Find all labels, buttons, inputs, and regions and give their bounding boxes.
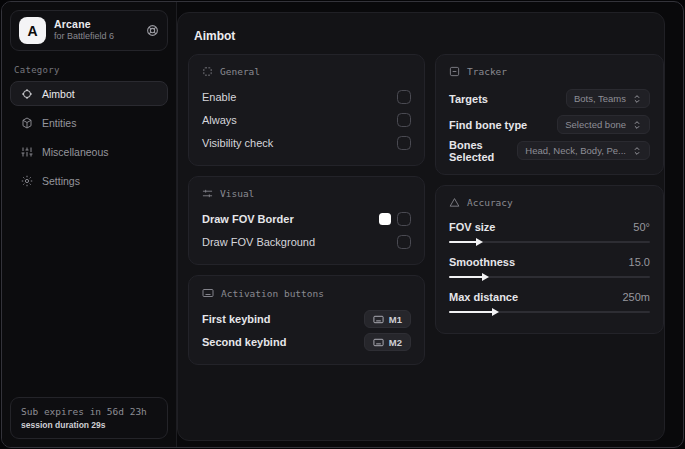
setting-label: Visibility check — [202, 137, 273, 149]
slider-value: 250m — [622, 291, 650, 303]
setting-row-always: Always — [202, 109, 411, 131]
sub-expires-text: Sub expires in 56d 23h — [21, 406, 157, 417]
card-title: Visual — [220, 188, 254, 199]
setting-row-fov-background: Draw FOV Background — [202, 231, 411, 253]
fov-size-slider[interactable] — [449, 241, 650, 243]
page-title: Aimbot — [194, 29, 664, 43]
slider-group-max-distance: Max distance 250m — [449, 287, 650, 313]
app-logo: A — [19, 17, 46, 44]
setting-row-first-keybind: First keybind M1 — [202, 308, 411, 330]
dropdown-value: Selected bone — [565, 119, 626, 130]
gear-icon — [21, 175, 33, 187]
smoothness-slider[interactable] — [449, 276, 650, 278]
setting-row-bones-selected: Bones Selected Head, Neck, Body, Pe... — [449, 138, 650, 163]
sidebar: A Arcane for Battlefield 6 Category — [2, 2, 177, 447]
setting-label: Always — [202, 114, 237, 126]
sidebar-item-entities[interactable]: Entities — [10, 110, 168, 135]
bones-selected-dropdown[interactable]: Head, Neck, Body, Pe... — [517, 141, 650, 160]
setting-row-targets: Targets Bots, Teams — [449, 86, 650, 111]
sidebar-nav: Aimbot Entities Miscellaneous — [10, 81, 168, 193]
accuracy-icon — [449, 197, 460, 208]
main-panel: Aimbot General Enable — [177, 12, 665, 441]
slider-group-smoothness: Smoothness 15.0 — [449, 252, 650, 278]
general-card: General Enable Always Visibility check — [188, 54, 425, 166]
setting-label: Draw FOV Background — [202, 236, 315, 248]
slider-group-fov-size: FOV size 50° — [449, 217, 650, 243]
sidebar-item-settings[interactable]: Settings — [10, 168, 168, 193]
sidebar-item-label: Miscellaneous — [42, 146, 109, 158]
general-icon — [202, 66, 213, 77]
fov-background-checkbox[interactable] — [397, 235, 411, 249]
app-window: A Arcane for Battlefield 6 Category — [1, 1, 684, 448]
keybind-value: M2 — [389, 337, 402, 348]
enable-checkbox[interactable] — [397, 90, 411, 104]
tracker-card: Tracker Targets Bots, Teams — [435, 54, 664, 175]
subscription-box: Sub expires in 56d 23h session duration … — [10, 397, 168, 439]
chevrons-up-down-icon — [632, 94, 642, 104]
keybind-value: M1 — [389, 314, 402, 325]
find-bone-type-dropdown[interactable]: Selected bone — [557, 115, 650, 134]
setting-label: Targets — [449, 93, 488, 105]
fov-border-checkbox[interactable] — [397, 212, 411, 226]
setting-row-enable: Enable — [202, 86, 411, 108]
brand-card: A Arcane for Battlefield 6 — [10, 10, 168, 51]
keyboard-icon — [202, 287, 214, 299]
crosshair-icon — [21, 88, 33, 100]
sidebar-item-label: Entities — [42, 117, 76, 129]
app-subtitle: for Battlefield 6 — [54, 31, 138, 42]
sidebar-item-miscellaneous[interactable]: Miscellaneous — [10, 139, 168, 164]
app-name: Arcane — [54, 18, 138, 31]
keyboard-icon — [373, 314, 384, 325]
setting-row-visibility-check: Visibility check — [202, 132, 411, 154]
visual-card: Visual Draw FOV Border Draw FOV Backgrou… — [188, 176, 425, 265]
card-title: Accuracy — [467, 197, 513, 208]
dropdown-value: Head, Neck, Body, Pe... — [525, 145, 626, 156]
tracker-icon — [449, 66, 460, 77]
second-keybind-button[interactable]: M2 — [364, 333, 411, 351]
fov-border-color-swatch[interactable] — [379, 213, 391, 225]
accuracy-card: Accuracy FOV size 50° Smoothness — [435, 185, 664, 334]
setting-row-second-keybind: Second keybind M2 — [202, 331, 411, 353]
activation-card: Activation buttons First keybind M1 — [188, 275, 425, 365]
slider-fill — [449, 276, 483, 278]
visual-icon — [202, 188, 213, 199]
keyboard-icon — [373, 337, 384, 348]
targets-dropdown[interactable]: Bots, Teams — [566, 89, 650, 108]
sidebar-item-label: Settings — [42, 175, 80, 187]
dropdown-value: Bots, Teams — [574, 93, 626, 104]
card-title: General — [220, 66, 260, 77]
always-checkbox[interactable] — [397, 113, 411, 127]
slider-label: Smoothness — [449, 256, 515, 268]
slider-label: Max distance — [449, 291, 518, 303]
card-title: Activation buttons — [221, 288, 324, 299]
setting-label: Enable — [202, 91, 236, 103]
chevrons-up-down-icon — [632, 146, 642, 156]
setting-label: Second keybind — [202, 336, 286, 348]
slider-fill — [449, 241, 477, 243]
setting-row-fov-border: Draw FOV Border — [202, 208, 411, 230]
session-duration-text: session duration 29s — [21, 420, 157, 430]
slider-value: 50° — [633, 221, 650, 233]
sliders-icon — [21, 146, 33, 158]
setting-row-find-bone-type: Find bone type Selected bone — [449, 112, 650, 137]
visibility-check-checkbox[interactable] — [397, 136, 411, 150]
chevrons-up-down-icon — [632, 120, 642, 130]
setting-label: First keybind — [202, 313, 270, 325]
entities-icon — [21, 117, 33, 129]
sidebar-item-aimbot[interactable]: Aimbot — [10, 81, 168, 106]
slider-value: 15.0 — [629, 256, 650, 268]
sidebar-item-label: Aimbot — [42, 88, 75, 100]
max-distance-slider[interactable] — [449, 311, 650, 313]
support-icon[interactable] — [146, 24, 159, 37]
setting-label: Find bone type — [449, 119, 527, 131]
slider-fill — [449, 311, 493, 313]
card-title: Tracker — [467, 66, 507, 77]
category-label: Category — [14, 65, 164, 75]
first-keybind-button[interactable]: M1 — [364, 310, 411, 328]
setting-label: Draw FOV Border — [202, 213, 294, 225]
slider-label: FOV size — [449, 221, 495, 233]
setting-label: Bones Selected — [449, 139, 517, 163]
